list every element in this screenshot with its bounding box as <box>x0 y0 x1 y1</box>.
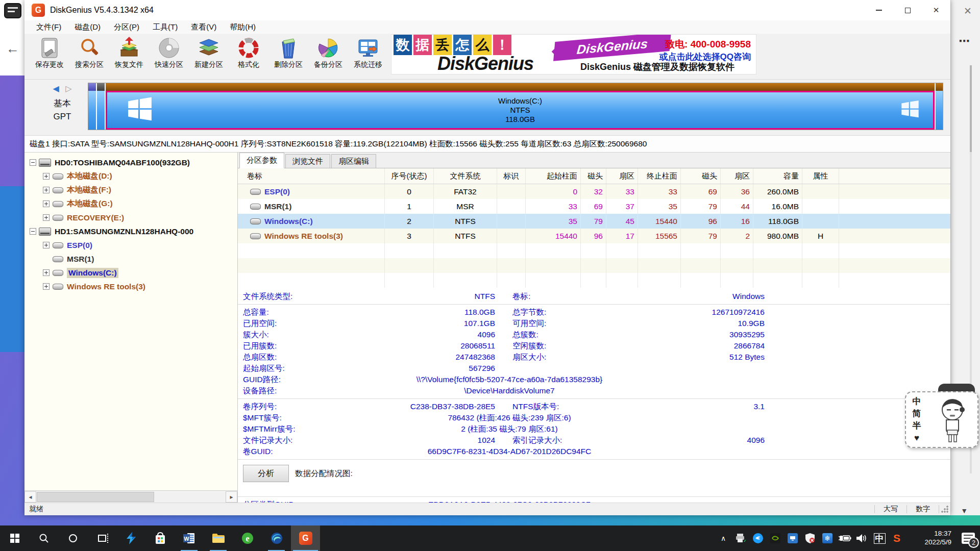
tree-item-recovery-e[interactable]: RECOVERY(E:) <box>24 211 237 224</box>
volume-tray-button[interactable] <box>853 525 871 551</box>
diskgenius-window: G DiskGenius V5.4.3.1342 x64 文件(F) 磁盘(D)… <box>24 0 950 515</box>
cortana-button[interactable] <box>58 525 87 551</box>
ime-simplified-indicator[interactable]: 简 <box>913 408 921 420</box>
tree-item-hd1[interactable]: HD1:SAMSUNGMZNLN128HAHQ-000 <box>24 224 237 238</box>
partition-slice-re-tools[interactable] <box>935 83 943 130</box>
scrollbar-thumb[interactable] <box>37 492 154 502</box>
expand-expander-icon[interactable] <box>43 214 50 221</box>
collapse-expander-icon[interactable] <box>30 228 36 235</box>
tab-sector-edit[interactable]: 扇区编辑 <box>331 154 376 168</box>
menu-tools[interactable]: 工具(T) <box>146 22 184 32</box>
expand-expander-icon[interactable] <box>43 269 50 276</box>
next-disk-arrow[interactable]: ▷ <box>65 84 71 93</box>
expand-expander-icon[interactable] <box>43 242 50 248</box>
partition-slice-msr[interactable] <box>97 83 106 130</box>
task-view-button[interactable] <box>87 525 116 551</box>
action-center-button[interactable]: 2 <box>957 525 980 551</box>
resize-grip[interactable] <box>940 505 949 514</box>
collapse-expander-icon[interactable] <box>30 159 36 166</box>
format-button[interactable]: 格式化 <box>229 34 268 79</box>
tree-item-hd0[interactable]: HD0:TOSHIBAMQ04ABF100(932GB) <box>24 156 237 169</box>
table-row-windows-c-selected[interactable]: Windows(C:) 2 NTFS 35 79 45 15440 96 16 … <box>238 214 950 229</box>
tree-item-local-d[interactable]: 本地磁盘(D:) <box>24 169 237 183</box>
partition-slice-windows-c[interactable]: Windows(C:) NTFS 118.0GB <box>106 83 935 130</box>
menu-partition[interactable]: 分区(P) <box>107 22 146 32</box>
intel-graphics-tray-button[interactable] <box>784 525 801 551</box>
ie-browser-button[interactable]: e <box>233 525 262 551</box>
ms-store-button[interactable] <box>145 525 175 551</box>
power-battery-tray-button[interactable] <box>836 525 853 551</box>
menu-help[interactable]: 帮助(H) <box>223 22 262 32</box>
table-row-esp[interactable]: ESP(0) 0 FAT32 0 32 33 33 69 36 260.0MB <box>238 184 950 199</box>
tree-item-local-g[interactable]: 本地磁盘(G:) <box>24 197 237 211</box>
expander-spacer <box>43 256 50 262</box>
expand-expander-icon[interactable] <box>43 173 50 180</box>
file-explorer-button[interactable] <box>204 525 233 551</box>
caret-down-icon[interactable]: ▼ <box>961 507 968 515</box>
tree-item-windows-c[interactable]: Windows(C:) <box>24 266 237 280</box>
save-changes-button[interactable]: 保存更改 <box>30 34 69 79</box>
expand-expander-icon[interactable] <box>43 187 50 193</box>
ime-language-tray-button[interactable]: 中 <box>871 525 888 551</box>
background-scrollbar-thumb[interactable] <box>970 65 972 152</box>
expand-expander-icon[interactable] <box>43 283 50 290</box>
backup-partition-button[interactable]: 备份分区 <box>308 34 348 79</box>
tree-item-local-f[interactable]: 本地磁盘(F:) <box>24 183 237 197</box>
expand-expander-icon[interactable] <box>43 201 50 207</box>
tab-partition-params[interactable]: 分区参数 <box>239 153 284 168</box>
chevron-up-icon: ∧ <box>721 534 726 542</box>
table-row-msr[interactable]: MSR(1) 1 MSR 33 69 37 35 79 44 16.0MB <box>238 199 950 214</box>
background-close-icon[interactable]: ✕ <box>964 5 972 17</box>
ime-lang-indicator[interactable]: 中 <box>913 395 921 408</box>
more-options-icon[interactable]: ⋯ <box>959 35 970 48</box>
edge-browser-button[interactable] <box>262 525 291 551</box>
close-button[interactable] <box>922 0 950 20</box>
ime-halfwidth-indicator[interactable]: 半 <box>913 420 921 432</box>
snowflake-tray-button[interactable]: ❄ <box>819 525 836 551</box>
menu-disk[interactable]: 磁盘(D) <box>68 22 107 32</box>
tree-item-windows-re[interactable]: Windows RE tools(3) <box>24 280 237 293</box>
taskbar-clock[interactable]: 18:37 2022/5/9 <box>909 530 951 547</box>
system-migrate-button[interactable]: 系统迁移 <box>348 34 388 79</box>
partition-icon <box>53 270 63 276</box>
heart-icon[interactable]: ♥ <box>914 432 919 444</box>
nvidia-tray-button[interactable] <box>767 525 784 551</box>
partition-slice-esp[interactable] <box>88 83 97 130</box>
tree-horizontal-scrollbar[interactable]: ◂ ▸ <box>24 490 237 503</box>
dingtalk-tray-button[interactable] <box>749 525 767 551</box>
prev-disk-arrow[interactable]: ◀ <box>53 84 59 93</box>
word-icon: W <box>183 532 195 544</box>
start-button[interactable] <box>0 525 29 551</box>
ime-status-widget[interactable]: 中 简 半 ♥ <box>905 391 978 448</box>
sogou-tray-button[interactable]: S <box>888 525 905 551</box>
banner-tile: 据 <box>413 35 432 55</box>
promo-banner[interactable]: 数 据 丢 怎 么 ！ DiskGenius DiskGenius 致电: 40… <box>391 34 756 74</box>
maximize-button[interactable] <box>893 0 922 20</box>
menu-file[interactable]: 文件(F) <box>30 22 68 32</box>
new-partition-button[interactable]: 新建分区 <box>189 34 229 79</box>
tree-item-msr[interactable]: MSR(1) <box>24 252 237 266</box>
status-ready-text: 就绪 <box>24 505 43 514</box>
scroll-right-arrow[interactable]: ▸ <box>226 491 237 503</box>
recover-files-button[interactable]: 恢复文件 <box>109 34 149 79</box>
analyze-button[interactable]: 分析 <box>243 465 289 482</box>
table-row-windows-re[interactable]: Windows RE tools(3) 3 NTFS 15440 96 17 1… <box>238 229 950 243</box>
printer-tray-button[interactable]: ✓ <box>732 525 749 551</box>
back-arrow-icon[interactable]: ← <box>6 41 19 57</box>
taskbar-search-button[interactable] <box>29 525 58 551</box>
security-shield-tray-button[interactable] <box>801 525 819 551</box>
thunder-app-button[interactable] <box>116 525 145 551</box>
menu-view[interactable]: 查看(V) <box>184 22 223 32</box>
banner-tile: ！ <box>493 35 511 55</box>
word-taskbar-button[interactable]: W <box>175 525 204 551</box>
quick-partition-button[interactable]: 快速分区 <box>149 34 189 79</box>
tab-browse-files[interactable]: 浏览文件 <box>285 154 330 168</box>
menubar: 文件(F) 磁盘(D) 分区(P) 工具(T) 查看(V) 帮助(H) <box>24 20 950 34</box>
minimize-button[interactable] <box>865 0 893 20</box>
diskgenius-taskbar-button[interactable]: G <box>291 525 320 551</box>
scroll-left-arrow[interactable]: ◂ <box>24 491 36 503</box>
tree-item-esp[interactable]: ESP(0) <box>24 238 237 252</box>
search-partition-button[interactable]: 搜索分区 <box>69 34 109 79</box>
delete-partition-button[interactable]: 删除分区 <box>268 34 308 79</box>
tray-expand-button[interactable]: ∧ <box>715 525 732 551</box>
